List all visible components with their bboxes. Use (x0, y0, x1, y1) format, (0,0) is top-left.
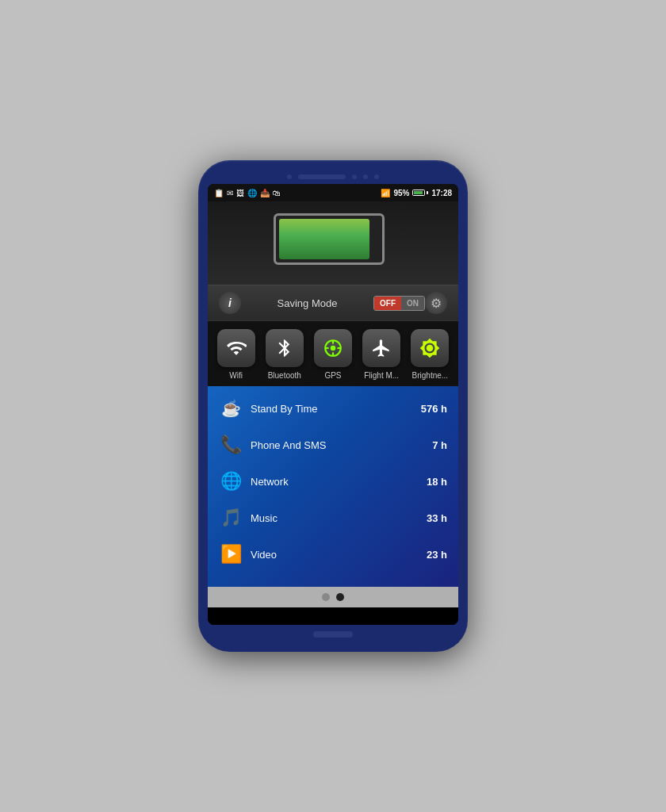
battery-percent: 95% (393, 189, 409, 197)
bluetooth-icon (274, 338, 295, 358)
speaker-slot (298, 174, 346, 179)
download-icon: 📥 (260, 189, 270, 197)
bluetooth-icon-btn[interactable] (266, 329, 304, 367)
music-icon: 🎵 (219, 506, 243, 530)
gps-icon-btn[interactable] (314, 329, 352, 367)
page-indicators (208, 587, 458, 607)
sensor-dot-left (287, 174, 292, 179)
standbytime-icon: ☕ (219, 396, 243, 420)
music-value: 33 h (427, 512, 447, 524)
saving-mode-row: i Saving Mode OFF ON ⚙ (208, 285, 458, 320)
status-icons-left: 📋 ✉ 🖼 🌐 📥 🛍 (214, 189, 281, 197)
phone-home-button[interactable] (313, 631, 353, 638)
phonesms-value: 7 h (432, 439, 447, 451)
video-name: Video (251, 549, 419, 561)
wifi-label: Wifi (229, 371, 243, 380)
flight-icon (371, 338, 392, 358)
battery-indicator (412, 190, 428, 196)
video-value: 23 h (427, 549, 447, 561)
info-button[interactable]: i (219, 292, 241, 314)
brightness-toggle[interactable]: Brightne... (411, 329, 449, 380)
flight-mode-toggle[interactable]: Flight M... (362, 329, 400, 380)
usage-list: ☕ Stand By Time 576 h 📞 Phone And SMS 7 … (208, 386, 458, 587)
flight-icon-btn[interactable] (362, 329, 400, 367)
image-icon: 🖼 (236, 189, 244, 197)
status-bar: 📋 ✉ 🖼 🌐 📥 🛍 📶 95% 17:28 (208, 184, 458, 201)
sensor-dot-2 (363, 174, 368, 179)
wifi-icon (226, 338, 247, 358)
battery-fill-main (279, 219, 369, 259)
usage-item-music[interactable]: 🎵 Music 33 h (208, 500, 458, 536)
signal-icon: 📶 (381, 189, 390, 197)
globe-icon: 🌐 (247, 189, 257, 197)
music-name: Music (251, 512, 419, 524)
page-dot-2[interactable] (336, 593, 344, 601)
toggle-on-label[interactable]: ON (401, 297, 424, 310)
usage-item-video[interactable]: ▶️ Video 23 h (208, 536, 458, 573)
clock: 17:28 (431, 189, 452, 197)
phone-device: 📋 ✉ 🖼 🌐 📥 🛍 📶 95% 17:28 (198, 160, 468, 652)
settings-button[interactable]: ⚙ (425, 292, 447, 314)
bluetooth-label: Bluetooth (268, 371, 301, 380)
battery-outer (274, 213, 385, 265)
network-icon: 🌐 (219, 469, 243, 493)
battery-icon-container (274, 213, 392, 269)
page-dot-1[interactable] (322, 593, 330, 601)
status-right: 📶 95% 17:28 (381, 189, 452, 197)
phone-screen: 📋 ✉ 🖼 🌐 📥 🛍 📶 95% 17:28 (208, 184, 458, 625)
gps-toggle[interactable]: GPS (314, 329, 352, 380)
sensor-dot-1 (352, 174, 357, 179)
wifi-toggle[interactable]: Wifi (217, 329, 255, 380)
brightness-icon (419, 338, 440, 358)
standbytime-name: Stand By Time (251, 403, 413, 415)
gps-icon (323, 338, 343, 358)
network-value: 18 h (427, 476, 447, 488)
brightness-label: Brightne... (412, 371, 449, 380)
quick-toggles: Wifi Bluetooth (208, 320, 458, 386)
standbytime-value: 576 h (421, 403, 447, 415)
wifi-icon-btn[interactable] (217, 329, 255, 367)
bag-icon: 🛍 (273, 189, 281, 197)
battery-section (208, 201, 458, 285)
usage-item-standbytime[interactable]: ☕ Stand By Time 576 h (208, 390, 458, 427)
clipboard-icon: 📋 (214, 189, 224, 197)
usage-item-network[interactable]: 🌐 Network 18 h (208, 463, 458, 500)
toggle-off-label[interactable]: OFF (374, 297, 401, 310)
brightness-icon-btn[interactable] (411, 329, 449, 367)
sensor-dot-3 (374, 174, 379, 179)
phonesms-name: Phone And SMS (251, 439, 424, 451)
svg-point-1 (331, 346, 336, 351)
saving-mode-toggle[interactable]: OFF ON (373, 296, 425, 311)
usage-item-phonesms[interactable]: 📞 Phone And SMS 7 h (208, 427, 458, 463)
phonesms-icon: 📞 (219, 433, 243, 457)
bluetooth-toggle[interactable]: Bluetooth (266, 329, 304, 380)
saving-mode-label: Saving Mode (241, 297, 373, 309)
flight-mode-label: Flight M... (364, 371, 399, 380)
network-name: Network (251, 476, 419, 488)
gps-label: GPS (324, 371, 341, 380)
video-icon: ▶️ (219, 542, 243, 566)
bottom-bar (208, 607, 458, 625)
email-icon: ✉ (227, 189, 233, 197)
phone-top-bar (208, 174, 458, 179)
